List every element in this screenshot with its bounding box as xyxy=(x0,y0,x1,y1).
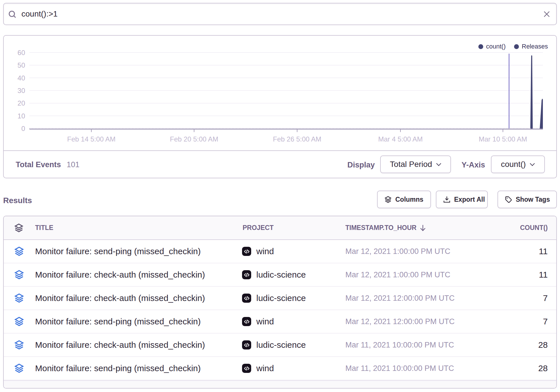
svg-text:40: 40 xyxy=(17,74,25,82)
svg-text:30: 30 xyxy=(17,87,25,94)
svg-text:Feb 20 5:00 AM: Feb 20 5:00 AM xyxy=(170,135,218,143)
svg-text:Feb 26 5:00 AM: Feb 26 5:00 AM xyxy=(273,135,321,143)
svg-text:20: 20 xyxy=(17,99,25,107)
svg-text:60: 60 xyxy=(17,49,25,56)
svg-text:Mar 10 5:00 AM: Mar 10 5:00 AM xyxy=(479,135,527,143)
svg-text:10: 10 xyxy=(17,112,25,120)
svg-text:Mar 4 5:00 AM: Mar 4 5:00 AM xyxy=(378,135,423,143)
svg-text:0: 0 xyxy=(21,125,25,132)
svg-text:50: 50 xyxy=(17,61,25,69)
svg-text:Feb 14 5:00 AM: Feb 14 5:00 AM xyxy=(67,135,115,143)
